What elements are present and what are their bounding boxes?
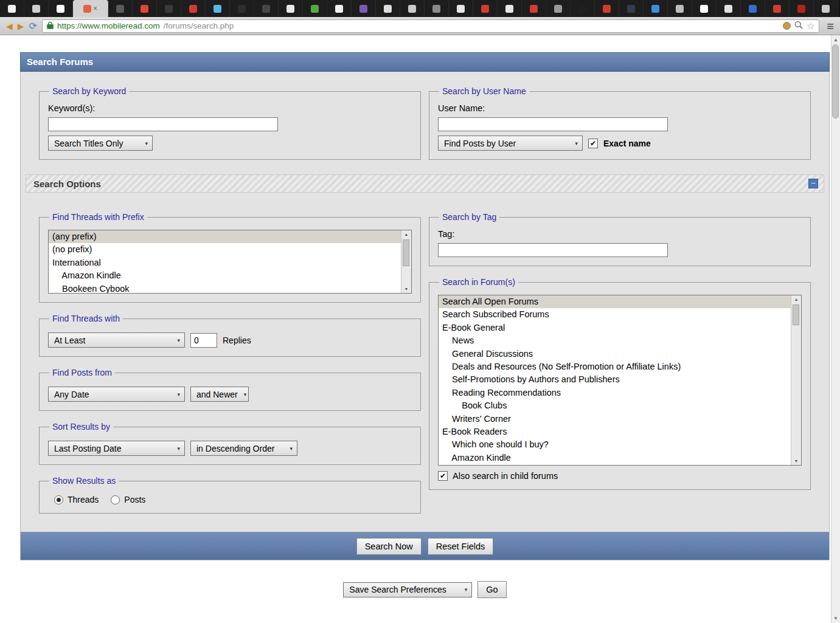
- browser-tab[interactable]: [619, 0, 644, 17]
- browser-tab[interactable]: ×: [73, 0, 108, 17]
- browser-tab[interactable]: [327, 0, 352, 17]
- child-forums-checkbox[interactable]: ✔: [438, 471, 448, 481]
- list-item[interactable]: E-Book Readers: [439, 425, 791, 438]
- sort-order-select[interactable]: in Descending Order ▾: [190, 441, 297, 456]
- browser-tab[interactable]: [741, 0, 765, 17]
- browser-tab[interactable]: [595, 0, 619, 17]
- browser-tab[interactable]: [230, 0, 254, 17]
- list-item[interactable]: Amazon Kindle: [49, 269, 401, 282]
- posts-radio[interactable]: [111, 495, 120, 504]
- list-item[interactable]: Which one should I buy?: [439, 438, 791, 451]
- browser-tab[interactable]: [352, 0, 376, 17]
- tab-favicon: [359, 5, 367, 13]
- list-item[interactable]: Search All Open Forums: [439, 295, 791, 308]
- menu-icon[interactable]: ≡: [827, 20, 834, 32]
- at-least-value: At Least: [54, 336, 85, 345]
- browser-tab[interactable]: [400, 0, 425, 17]
- exact-name-label: Exact name: [603, 139, 651, 148]
- list-item[interactable]: Amazon Kindle: [439, 452, 791, 464]
- search-now-button[interactable]: Search Now: [356, 538, 422, 555]
- prefix-listbox[interactable]: (any prefix) (no prefix) International A…: [48, 230, 412, 294]
- browser-tab[interactable]: [181, 0, 206, 17]
- address-bar[interactable]: https://www.mobileread.com /forums/searc…: [42, 19, 819, 33]
- list-item[interactable]: Deals and Resources (No Self-Promotion o…: [439, 360, 791, 373]
- list-item[interactable]: Self-Promotions by Authors and Publisher…: [439, 373, 791, 386]
- scroll-up-icon[interactable]: ▲: [831, 37, 840, 43]
- browser-tab[interactable]: [0, 0, 24, 17]
- browser-tab[interactable]: [498, 0, 522, 17]
- browser-tab[interactable]: [692, 0, 717, 17]
- replies-input[interactable]: [190, 333, 217, 348]
- browser-tab[interactable]: [254, 0, 279, 17]
- list-item[interactable]: (any prefix): [49, 230, 401, 243]
- reload-icon[interactable]: ⟳: [29, 22, 37, 30]
- browser-tab[interactable]: [157, 0, 181, 17]
- find-posts-by-user-select[interactable]: Find Posts by User ▾: [438, 136, 583, 151]
- reset-fields-button[interactable]: Reset Fields: [428, 538, 494, 555]
- page-title-bar: Search Forums: [20, 52, 830, 72]
- browser-tab[interactable]: [717, 0, 741, 17]
- keyword-input[interactable]: [48, 117, 278, 131]
- tag-input[interactable]: [438, 243, 668, 257]
- listbox-scrollbar[interactable]: ▲ ▼: [791, 295, 801, 465]
- exact-name-checkbox[interactable]: ✔: [588, 139, 598, 148]
- threads-radio[interactable]: [54, 495, 63, 504]
- listbox-scrollbar[interactable]: ▲ ▼: [401, 230, 411, 293]
- cookie-icon[interactable]: [783, 22, 791, 30]
- browser-tab[interactable]: [303, 0, 327, 17]
- browser-tab[interactable]: [133, 0, 157, 17]
- bookmark-star-icon[interactable]: ☆: [807, 21, 814, 30]
- browser-tab[interactable]: [814, 0, 838, 17]
- username-input[interactable]: [438, 117, 668, 131]
- forward-icon[interactable]: ▶: [18, 22, 24, 30]
- search-scope-select[interactable]: Search Titles Only ▾: [48, 136, 153, 151]
- list-item[interactable]: News: [439, 334, 791, 347]
- go-button[interactable]: Go: [477, 581, 506, 598]
- and-newer-select[interactable]: and Newer ▾: [190, 387, 249, 402]
- browser-tab[interactable]: [449, 0, 473, 17]
- browser-tab[interactable]: [376, 0, 400, 17]
- forums-listbox[interactable]: Search All Open Forums Search Subscribed…: [438, 295, 802, 466]
- browser-tab[interactable]: [522, 0, 546, 17]
- browser-tab[interactable]: [425, 0, 449, 17]
- browser-tab[interactable]: [24, 0, 49, 17]
- browser-tab[interactable]: [108, 0, 133, 17]
- scroll-down-icon[interactable]: ▼: [831, 616, 840, 621]
- collapse-icon[interactable]: −: [808, 179, 818, 188]
- browser-tab[interactable]: [790, 0, 814, 17]
- browser-tab[interactable]: [765, 0, 790, 17]
- list-item[interactable]: (no prefix): [49, 243, 401, 256]
- scroll-up-icon[interactable]: ▲: [401, 232, 411, 236]
- browser-tab[interactable]: [644, 0, 668, 17]
- browser-tab[interactable]: [206, 0, 230, 17]
- browser-tab[interactable]: [546, 0, 571, 17]
- list-item[interactable]: Reading Recommendations: [439, 387, 791, 399]
- browser-tab[interactable]: [49, 0, 73, 17]
- sort-field-select[interactable]: Last Posting Date ▾: [48, 441, 185, 456]
- list-item[interactable]: Search Subscribed Forums: [439, 308, 791, 321]
- tab-close-icon[interactable]: ×: [93, 5, 97, 12]
- any-date-select[interactable]: Any Date ▾: [48, 387, 185, 402]
- save-preferences-select[interactable]: Save Search Preferences ▾: [343, 582, 472, 597]
- browser-tab[interactable]: [473, 0, 498, 17]
- scrollbar-thumb[interactable]: [793, 305, 799, 325]
- page-scrollbar[interactable]: ▲ ▼: [831, 35, 840, 623]
- scrollbar-thumb[interactable]: [832, 44, 839, 119]
- scroll-down-icon[interactable]: ▼: [791, 459, 801, 463]
- scroll-down-icon[interactable]: ▼: [401, 287, 411, 291]
- list-item[interactable]: Book Clubs: [439, 399, 791, 412]
- list-item[interactable]: General Discussions: [439, 348, 791, 360]
- scrollbar-thumb[interactable]: [403, 239, 409, 266]
- browser-tab[interactable]: [279, 0, 303, 17]
- back-icon[interactable]: ◀: [6, 22, 13, 30]
- browser-tab[interactable]: [571, 0, 595, 17]
- list-item[interactable]: International: [49, 256, 401, 269]
- at-least-select[interactable]: At Least ▾: [48, 332, 185, 348]
- list-item[interactable]: Bookeen Cybook: [49, 283, 401, 294]
- browser-tab[interactable]: [668, 0, 692, 17]
- zoom-icon[interactable]: [794, 21, 803, 31]
- list-item[interactable]: Writers' Corner: [439, 413, 791, 425]
- tab-favicon: [749, 5, 757, 13]
- list-item[interactable]: E-Book General: [439, 322, 791, 334]
- scroll-up-icon[interactable]: ▲: [791, 297, 801, 301]
